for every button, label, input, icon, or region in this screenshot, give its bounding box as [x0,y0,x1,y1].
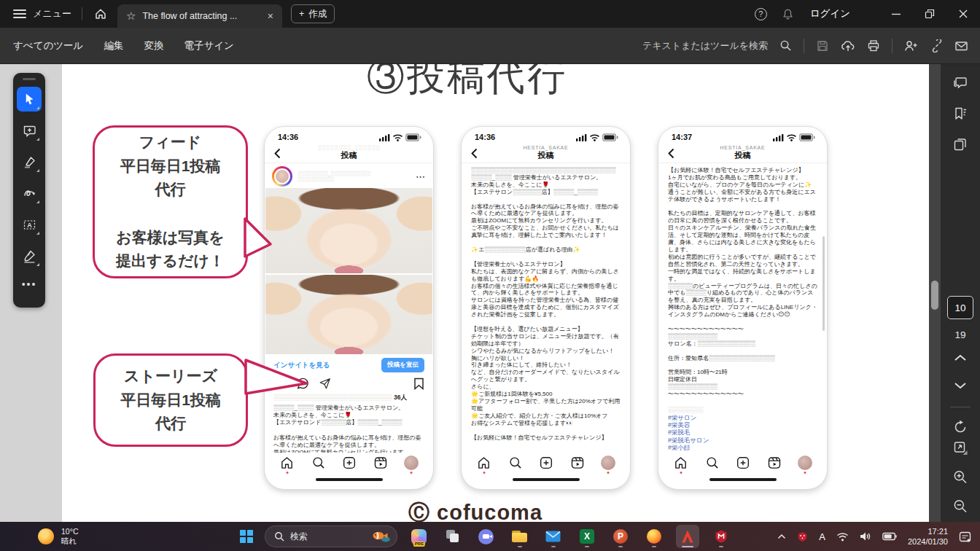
restore-button[interactable] [913,0,946,28]
text-box-tool[interactable]: A [17,212,42,237]
fit-page-icon[interactable] [953,440,968,456]
home-indicator [316,478,383,481]
ig-username: HESTIA_SAKAE [462,145,630,150]
profile-name-blur: ░░░░░░░░░_░░░░░░░░░░░░ [298,171,411,176]
sun-icon [38,528,54,544]
clock-date: 2024/01/30 [908,536,948,547]
search-icon [274,531,284,542]
bell-icon[interactable] [782,8,794,20]
volume-icon[interactable] [860,531,871,542]
likes-count: 36人 [394,394,407,401]
link-icon[interactable] [930,39,943,52]
clock[interactable]: 17:21 2024/01/30 [908,526,948,547]
notification-center-icon[interactable] [959,531,971,543]
likes-blur: ░░░░░░░░░░░░░░░░░░░░░░░░░░░ [273,394,392,401]
save-icon[interactable] [816,39,829,52]
search-nav-icon [705,456,720,470]
new-post-icon [342,456,357,470]
palette-grip[interactable] [23,78,36,80]
divider [950,407,971,407]
acrobat-icon[interactable] [676,525,699,548]
mail-icon[interactable] [954,39,968,52]
all-tools-menu[interactable]: すべてのツール [13,39,83,52]
create-button[interactable]: + 作成 [291,4,335,23]
page-number-input[interactable]: 10 [947,296,973,319]
taskbar-search[interactable]: 検索 [265,525,397,547]
next-page-button[interactable] [954,382,967,389]
home-indicator [513,478,580,481]
menu-button[interactable]: メニュー [33,7,71,20]
previous-page-button[interactable] [954,354,967,362]
mcafee-icon[interactable] [709,525,733,548]
home-indicator [709,478,777,481]
more-tools[interactable]: ••• [22,278,37,290]
weather-widget[interactable]: 10°C 晴れ [38,527,78,546]
svg-text:A: A [27,221,32,228]
mcafee-tray-icon[interactable] [797,531,808,542]
divider [892,39,892,53]
convert-menu[interactable]: 変換 [144,39,163,52]
tray-chevron-icon[interactable] [777,534,786,539]
comments-panel-icon[interactable] [953,76,968,90]
battery-icon [602,133,618,141]
rotate-page-icon[interactable] [953,420,968,434]
start-button[interactable] [240,530,253,543]
zoom-out-icon[interactable] [953,499,968,514]
ime-indicator[interactable]: A [819,531,825,542]
ellipsis-icon: ⋯ [416,171,426,182]
wifi-icon [589,133,600,141]
pdf-scrollbar[interactable] [929,64,941,522]
search-icon[interactable] [779,39,792,52]
before-photo [265,188,432,273]
star-icon[interactable]: ☆ [126,9,136,23]
document-tab[interactable]: ☆ The flow of attracting ... × [117,4,282,28]
wifi-tray-icon[interactable] [836,532,849,542]
status-time: 14:37 [672,133,692,141]
help-icon[interactable]: ? [755,8,767,20]
watermark-logo: Ⓒ cofucoma [408,499,542,522]
close-button[interactable] [946,0,980,28]
scrollbar-thumb[interactable] [931,281,938,310]
bookmarks-panel-icon[interactable] [953,106,968,121]
acrobat-toolbar: すべてのツール 編集 変換 電子サイン テキストまたはツールを検索 [0,28,980,64]
edit-menu[interactable]: 編集 [104,39,123,52]
battery-tray-icon[interactable] [882,532,897,541]
select-tool[interactable] [17,87,42,112]
comment-tool[interactable] [17,118,42,143]
minimize-button[interactable] [879,0,913,28]
excel-icon[interactable]: X [575,525,599,548]
print-icon[interactable] [867,39,880,52]
search-highlight-fish-icon[interactable] [370,529,392,544]
powerpoint-icon[interactable]: P [609,525,632,548]
battery-icon [799,133,815,141]
firefox-icon[interactable] [642,525,666,548]
ig-screen-label: 投稿 [658,150,827,161]
mail-app-icon[interactable] [542,525,565,548]
phone-mockup-caption1: 14:36 HESTIA_SAKAE 投稿 ░░░░░░░░░░░░░░░░░░… [461,126,631,490]
hamburger-menu-icon[interactable] [13,9,26,18]
login-button[interactable]: ログイン [810,7,850,20]
signal-icon [379,133,390,141]
add-person-icon[interactable] [904,39,918,52]
windows-taskbar: 10°C 晴れ 検索 PRE X P [0,522,980,551]
esign-menu[interactable]: 電子サイン [184,39,233,52]
close-tab-icon[interactable]: × [268,10,273,22]
zoom-in-icon[interactable] [953,469,968,485]
phone-mockup-feed: 14:36 ░░░░░░░░_░░░░░░ 投稿 ░░░░░░░░░_░░░░░… [264,126,434,490]
profile-avatar [601,456,615,470]
sign-tool[interactable] [17,243,42,268]
chat-icon[interactable] [475,525,498,548]
ig-username: HESTIA_SAKAE [658,145,827,150]
home-icon[interactable] [94,7,107,20]
search-nav-icon [508,456,523,470]
file-explorer-icon[interactable] [508,525,532,548]
draw-tool[interactable] [17,181,42,206]
highlight-tool[interactable] [17,149,42,174]
toolbar-search-input[interactable]: テキストまたはツールを検索 [642,39,768,52]
tab-title: The flow of attracting ... [142,11,261,21]
task-view-icon[interactable] [441,525,464,548]
cloud-upload-icon[interactable] [841,39,855,52]
page-total: 19 [954,329,965,340]
copilot-icon[interactable]: PRE [408,525,431,548]
pages-panel-icon[interactable] [953,137,968,152]
